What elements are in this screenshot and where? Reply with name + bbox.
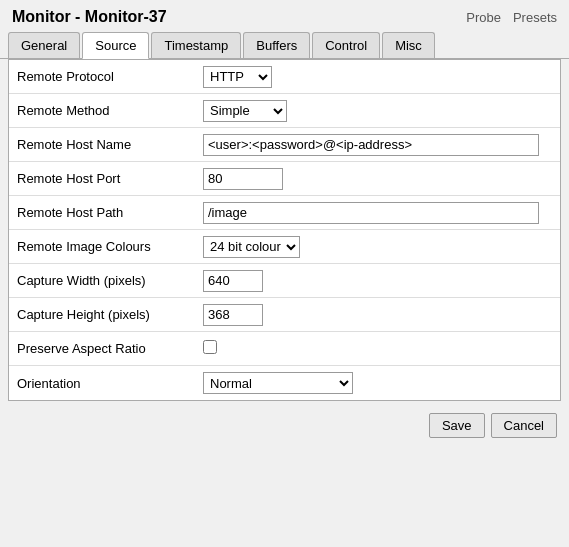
label-remote-host-name: Remote Host Name <box>9 131 195 158</box>
row-remote-protocol: Remote Protocol HTTP HTTPS FTP <box>9 60 560 94</box>
label-remote-method: Remote Method <box>9 97 195 124</box>
label-capture-width: Capture Width (pixels) <box>9 267 195 294</box>
page-title: Monitor - Monitor-37 <box>12 8 167 26</box>
label-remote-host-port: Remote Host Port <box>9 165 195 192</box>
tab-buffers[interactable]: Buffers <box>243 32 310 58</box>
tab-bar: General Source Timestamp Buffers Control… <box>0 32 569 59</box>
save-button[interactable]: Save <box>429 413 485 438</box>
label-capture-height: Capture Height (pixels) <box>9 301 195 328</box>
row-preserve-aspect-ratio: Preserve Aspect Ratio <box>9 332 560 366</box>
remote-host-name-input[interactable] <box>203 134 539 156</box>
label-remote-image-colours: Remote Image Colours <box>9 233 195 260</box>
tab-source[interactable]: Source <box>82 32 149 59</box>
remote-method-select[interactable]: Simple Advanced <box>203 100 287 122</box>
row-remote-host-port: Remote Host Port <box>9 162 560 196</box>
label-preserve-aspect-ratio: Preserve Aspect Ratio <box>9 335 195 362</box>
control-preserve-aspect-ratio <box>195 336 560 361</box>
row-remote-method: Remote Method Simple Advanced <box>9 94 560 128</box>
presets-link[interactable]: Presets <box>513 10 557 25</box>
control-remote-host-path <box>195 198 560 228</box>
remote-image-colours-select[interactable]: 8 bit grey 16 bit colour 24 bit colour 3… <box>203 236 300 258</box>
control-remote-host-name <box>195 130 560 160</box>
tab-general[interactable]: General <box>8 32 80 58</box>
control-remote-host-port <box>195 164 560 194</box>
preserve-aspect-ratio-checkbox[interactable] <box>203 340 217 354</box>
capture-width-input[interactable] <box>203 270 263 292</box>
row-remote-host-path: Remote Host Path <box>9 196 560 230</box>
row-remote-host-name: Remote Host Name <box>9 128 560 162</box>
page-header: Monitor - Monitor-37 Probe Presets <box>0 0 569 32</box>
capture-height-input[interactable] <box>203 304 263 326</box>
remote-host-port-input[interactable] <box>203 168 283 190</box>
tab-timestamp[interactable]: Timestamp <box>151 32 241 58</box>
row-capture-width: Capture Width (pixels) <box>9 264 560 298</box>
label-remote-host-path: Remote Host Path <box>9 199 195 226</box>
control-remote-protocol: HTTP HTTPS FTP <box>195 62 560 92</box>
control-orientation: Normal Rotate 90 Rotate 180 Rotate 270 F… <box>195 368 560 398</box>
footer: Save Cancel <box>0 401 569 450</box>
remote-protocol-select[interactable]: HTTP HTTPS FTP <box>203 66 272 88</box>
control-remote-method: Simple Advanced <box>195 96 560 126</box>
label-orientation: Orientation <box>9 370 195 397</box>
tab-misc[interactable]: Misc <box>382 32 435 58</box>
row-capture-height: Capture Height (pixels) <box>9 298 560 332</box>
label-remote-protocol: Remote Protocol <box>9 63 195 90</box>
cancel-button[interactable]: Cancel <box>491 413 557 438</box>
control-remote-image-colours: 8 bit grey 16 bit colour 24 bit colour 3… <box>195 232 560 262</box>
tab-control[interactable]: Control <box>312 32 380 58</box>
control-capture-height <box>195 300 560 330</box>
form-container: Remote Protocol HTTP HTTPS FTP Remote Me… <box>8 59 561 401</box>
row-orientation: Orientation Normal Rotate 90 Rotate 180 … <box>9 366 560 400</box>
row-remote-image-colours: Remote Image Colours 8 bit grey 16 bit c… <box>9 230 560 264</box>
orientation-select[interactable]: Normal Rotate 90 Rotate 180 Rotate 270 F… <box>203 372 353 394</box>
control-capture-width <box>195 266 560 296</box>
remote-host-path-input[interactable] <box>203 202 539 224</box>
header-actions: Probe Presets <box>466 10 557 25</box>
probe-link[interactable]: Probe <box>466 10 501 25</box>
